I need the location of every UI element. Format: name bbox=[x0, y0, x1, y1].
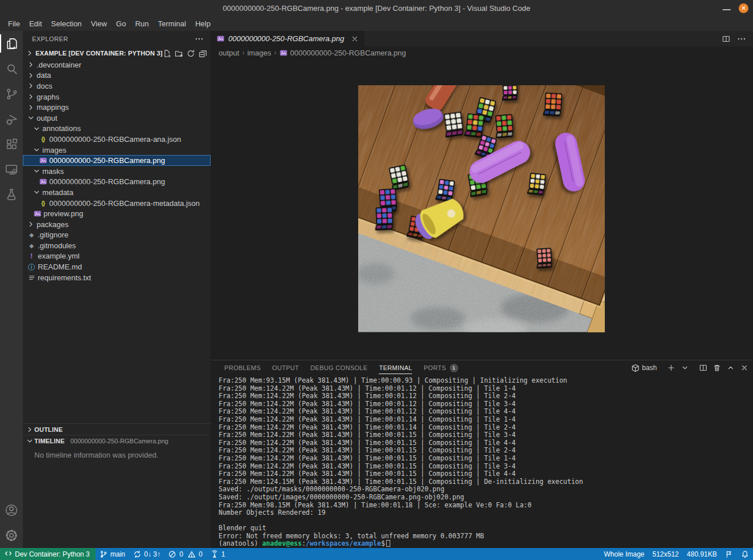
breadcrumb-item-output[interactable]: output bbox=[219, 49, 239, 57]
remote-explorer-icon bbox=[4, 162, 19, 177]
tree-file-example.yml[interactable]: !example.yml bbox=[23, 251, 211, 262]
tree-file-preview.png[interactable]: preview.png bbox=[23, 208, 211, 219]
activitybar-accounts[interactable] bbox=[0, 498, 23, 523]
menu-item-go[interactable]: Go bbox=[112, 18, 130, 30]
collapse-folders-icon[interactable] bbox=[199, 49, 207, 58]
tree-folder-graphs[interactable]: graphs bbox=[23, 92, 211, 102]
tree-folder-docs[interactable]: docs bbox=[23, 81, 211, 92]
terminal-dropdown-icon[interactable] bbox=[681, 364, 689, 372]
breadcrumb-item-images[interactable]: images bbox=[247, 49, 271, 57]
terminal-line: Fra:250 Mem:124.22M (Peak 381.43M) | Tim… bbox=[219, 416, 753, 424]
terminal-output[interactable]: Fra:250 Mem:93.15M (Peak 381.43M) | Time… bbox=[211, 375, 753, 548]
image-file-icon bbox=[32, 209, 42, 218]
tree-folder-mappings[interactable]: mappings bbox=[23, 102, 211, 113]
menu-item-file[interactable]: File bbox=[3, 18, 25, 30]
activitybar-run-and-debug[interactable] bbox=[0, 106, 23, 132]
vscode-window: 0000000000-250-RGBCamera.png - example [… bbox=[0, 0, 753, 560]
testing-icon bbox=[4, 187, 19, 202]
activitybar-explorer[interactable] bbox=[0, 31, 23, 56]
tree-item-label: graphs bbox=[37, 93, 60, 101]
chevron-down-icon bbox=[25, 49, 34, 57]
panel-tab-debug-console[interactable]: DEBUG CONSOLE bbox=[305, 360, 374, 375]
close-panel-icon[interactable] bbox=[740, 364, 748, 372]
tree-folder-images[interactable]: images bbox=[23, 145, 211, 156]
breadcrumb-separator: › bbox=[242, 49, 244, 57]
image-zoom-mode[interactable]: Whole Image bbox=[600, 548, 649, 560]
close-button[interactable]: ✕ bbox=[739, 3, 748, 13]
new-folder-icon[interactable] bbox=[175, 49, 183, 58]
activitybar-manage[interactable] bbox=[0, 523, 23, 548]
new-terminal-icon[interactable] bbox=[667, 364, 675, 372]
terminal-line: Fra:250 Mem:124.22M (Peak 381.43M) | Tim… bbox=[219, 439, 753, 447]
refresh-explorer-icon[interactable] bbox=[187, 49, 195, 58]
split-terminal-icon[interactable] bbox=[699, 364, 707, 372]
tree-folder-output[interactable]: output bbox=[23, 113, 211, 124]
tree-folder-metadata[interactable]: metadata bbox=[23, 187, 211, 198]
split-editor-icon[interactable] bbox=[722, 35, 730, 43]
errors-icon bbox=[168, 550, 176, 558]
tree-folder-annotations[interactable]: annotations bbox=[23, 124, 211, 134]
tree-file-0000000000-250-RGBCamera-ana.json[interactable]: { }0000000000-250-RGBCamera-ana.json bbox=[23, 134, 211, 145]
activitybar-testing[interactable] bbox=[0, 182, 23, 207]
breadcrumb-separator: › bbox=[274, 49, 276, 57]
activitybar-source-control[interactable] bbox=[0, 81, 23, 106]
tree-item-label: example.yml bbox=[38, 252, 80, 260]
explorer-more-actions-icon[interactable] bbox=[195, 34, 204, 43]
tree-folder-.devcontainer[interactable]: .devcontainer bbox=[23, 59, 211, 70]
shell-picker[interactable]: bash bbox=[631, 364, 657, 372]
remote-indicator[interactable]: Dev Container: Python 3 bbox=[0, 548, 96, 560]
forwarded-ports-status[interactable]: 1 bbox=[207, 548, 229, 560]
image-file-icon bbox=[38, 156, 48, 165]
tree-file-.gitignore[interactable]: ◆.gitignore bbox=[23, 230, 211, 241]
menu-item-help[interactable]: Help bbox=[191, 18, 215, 30]
panel-tab-problems[interactable]: PROBLEMS bbox=[219, 360, 267, 375]
tree-file-0000000000-250-RGBCamera-metadata.json[interactable]: { }0000000000-250-RGBCamera-metadata.jso… bbox=[23, 198, 211, 209]
sync-status[interactable]: 0↓ 3↑ bbox=[129, 548, 165, 560]
minimize-button[interactable] bbox=[723, 9, 731, 10]
menu-item-terminal[interactable]: Terminal bbox=[153, 18, 191, 30]
timeline-section-header[interactable]: TIMELINE 0000000000-250-RGBCamera.png bbox=[23, 435, 211, 446]
editor-tab-bar: 0000000000-250-RGBCamera.png bbox=[211, 31, 753, 46]
tree-file-requirements.txt[interactable]: requirements.txt bbox=[23, 272, 211, 283]
tree-file-0000000000-250-RGBCamera.png[interactable]: 0000000000-250-RGBCamera.png bbox=[23, 155, 211, 166]
project-root-row[interactable]: EXAMPLE [DEV CONTAINER: PYTHON 3] bbox=[23, 47, 211, 59]
notifications-item[interactable] bbox=[737, 548, 753, 560]
activitybar-search[interactable] bbox=[0, 56, 23, 81]
tree-folder-masks[interactable]: masks bbox=[23, 166, 211, 177]
outline-section-header[interactable]: OUTLINE bbox=[23, 423, 211, 435]
tree-file-README.md[interactable]: iREADME.md bbox=[23, 261, 211, 272]
feedback-item[interactable] bbox=[721, 548, 737, 560]
tree-file-.gitmodules[interactable]: ◆.gitmodules bbox=[23, 240, 211, 251]
panel-tab-ports[interactable]: PORTS1 bbox=[418, 360, 463, 375]
chevron-right-icon bbox=[25, 426, 34, 434]
tree-item-label: docs bbox=[37, 82, 52, 90]
activitybar-remote-explorer[interactable] bbox=[0, 157, 23, 182]
kill-terminal-icon[interactable] bbox=[713, 364, 721, 372]
menu-item-view[interactable]: View bbox=[86, 18, 112, 30]
tree-file-0000000000-250-RGBCamera.png[interactable]: 0000000000-250-RGBCamera.png bbox=[23, 177, 211, 188]
maximize-panel-icon[interactable] bbox=[727, 364, 735, 372]
panel-tab-terminal[interactable]: TERMINAL bbox=[373, 360, 418, 375]
prompt-user: anadev@ess bbox=[262, 539, 302, 547]
file-size-label: 480.91KB bbox=[687, 550, 717, 558]
panel-tab-output[interactable]: OUTPUT bbox=[267, 360, 305, 375]
activitybar-extensions[interactable] bbox=[0, 132, 23, 157]
menu-item-edit[interactable]: Edit bbox=[25, 18, 46, 30]
close-tab-icon[interactable] bbox=[351, 35, 359, 43]
new-file-icon[interactable] bbox=[163, 49, 171, 58]
md-file-icon: i bbox=[26, 264, 37, 271]
chevron-down-icon bbox=[32, 146, 41, 154]
tree-folder-data[interactable]: data bbox=[23, 70, 211, 81]
menu-item-run[interactable]: Run bbox=[130, 18, 153, 30]
tree-folder-packages[interactable]: packages bbox=[23, 219, 211, 230]
sync-icon bbox=[133, 550, 141, 558]
menu-item-selection[interactable]: Selection bbox=[46, 18, 86, 30]
problems-status[interactable]: 0 0 bbox=[164, 548, 206, 560]
editor-more-actions-icon[interactable] bbox=[737, 34, 746, 43]
tab-rgbcamera-image[interactable]: 0000000000-250-RGBCamera.png bbox=[211, 31, 365, 46]
explorer-sidebar: EXPLORER EXAMPLE [DEV CONTAINER: PYTHON … bbox=[23, 31, 211, 548]
chevron-down-icon bbox=[26, 114, 35, 122]
warnings-count: 0 bbox=[199, 550, 203, 558]
git-branch-status[interactable]: main bbox=[96, 548, 129, 560]
breadcrumb-item-0000000000-250-RGBCamera.png[interactable]: 0000000000-250-RGBCamera.png bbox=[279, 49, 406, 57]
